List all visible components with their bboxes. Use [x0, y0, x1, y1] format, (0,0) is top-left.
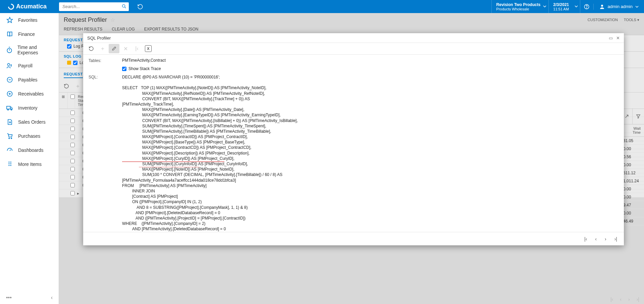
search-wrap: [59, 2, 129, 11]
svg-marker-18: [637, 115, 640, 118]
record-first[interactable]: |‹: [584, 236, 587, 242]
record-next[interactable]: ›: [605, 236, 606, 242]
sidebar-item-label: Inventory: [18, 105, 38, 111]
sidebar-item-dashboards[interactable]: Dashboards: [0, 143, 59, 157]
sidebar-item-label: Purchases: [18, 133, 40, 139]
record-last[interactable]: ›|: [614, 236, 617, 242]
pager-last[interactable]: ›|: [637, 297, 639, 302]
chevron-down-icon: [575, 5, 578, 8]
dialog-footer: |‹ ‹ › ›|: [83, 232, 624, 245]
sidebar-item-label: Dashboards: [18, 147, 44, 153]
grid-pager: |‹ ‹ › ›|: [610, 297, 639, 302]
search-icon: [121, 4, 127, 9]
sidebar-item-receivables[interactable]: Receivables: [0, 87, 59, 101]
warning-icon: [67, 61, 71, 65]
sql-text[interactable]: DECLARE @P0 AS NVARCHAR (10) = 'PR000000…: [122, 74, 619, 232]
company-line1: Revision Two Products: [496, 2, 544, 7]
wait-time-cell: 0.00: [621, 185, 644, 193]
action-export[interactable]: EXPORT RESULTS TO JSON: [144, 27, 199, 32]
stopwatch-icon: [6, 46, 13, 54]
sidebar-item-purchases[interactable]: Purchases: [0, 129, 59, 143]
reload-button[interactable]: [86, 44, 97, 53]
action-refresh[interactable]: REFRESH RESULTS: [64, 27, 102, 32]
sql-label: SQL:: [89, 74, 122, 79]
svg-line-1: [125, 7, 126, 8]
svg-point-3: [586, 8, 587, 8]
first-record-button: |‹: [131, 44, 142, 53]
sidebar-item-label: Time and Expenses: [17, 45, 53, 55]
reload-button[interactable]: [133, 0, 147, 13]
minus-circle-icon: [6, 76, 13, 83]
wait-time-cell: 9.47: [621, 201, 644, 209]
cart-icon: [6, 132, 13, 140]
company-selector[interactable]: Revision Two Products Products Wholesale: [491, 0, 548, 13]
brand-text: Acumatica: [16, 3, 47, 10]
svg-point-17: [11, 138, 12, 139]
expand-icon[interactable]: ⊞: [62, 95, 65, 99]
svg-point-16: [9, 138, 9, 139]
collapse-icon[interactable]: ‹: [51, 295, 53, 301]
record-prev[interactable]: ‹: [595, 236, 597, 242]
sidebar-item-label: Payables: [18, 77, 38, 82]
refresh-grid-button[interactable]: [62, 82, 70, 90]
wait-time-cell: 0.00: [621, 209, 644, 217]
tools-menu[interactable]: TOOLS ▾: [624, 18, 639, 22]
wait-time-cell: 31.05: [621, 137, 644, 145]
star-icon: [6, 16, 13, 24]
show-stack-trace-checkbox[interactable]: Show Stack Trace: [122, 66, 619, 71]
sidebar-item-label: More Items: [18, 162, 42, 167]
chevron-down-icon: [543, 5, 546, 8]
sidebar-footer: ••• ‹: [0, 295, 59, 301]
tables-label: Tables:: [89, 58, 122, 63]
wait-time-cell: 46.49: [621, 217, 644, 225]
filter-button[interactable]: [632, 108, 644, 124]
user-menu[interactable]: admin admin: [593, 4, 644, 10]
sidebar-item-label: Payroll: [18, 63, 33, 68]
sidebar-item-label: Finance: [18, 32, 35, 37]
wait-time-cell: 1,011.24: [621, 177, 644, 185]
help-button[interactable]: [580, 0, 593, 13]
export-excel-button[interactable]: X: [145, 45, 152, 52]
select-all-checkbox[interactable]: [70, 95, 75, 99]
sidebar-item-more[interactable]: ⠿ More Items: [0, 157, 59, 171]
dialog-titlebar[interactable]: SQL Profiler ▭ ✕: [83, 33, 624, 43]
maximize-button[interactable]: ▭: [609, 36, 613, 41]
grid-right-edge: ↗ Wait Time 31.050.000.560.00511.121,011…: [621, 108, 644, 225]
wait-time-cell: 0.00: [621, 145, 644, 153]
page-title: Request Profiler: [64, 16, 107, 23]
svg-point-7: [7, 63, 10, 66]
company-line2: Products Wholesale: [496, 7, 544, 11]
brand-logo[interactable]: Acumatica: [0, 3, 59, 10]
sidebar-item-label: Favorites: [18, 17, 38, 23]
sidebar-item-label: Sales Orders: [18, 119, 46, 125]
dialog-body: Tables: PMTimeActivity,Contract Show Sta…: [83, 55, 624, 232]
chevron-down-icon: [635, 5, 639, 8]
col-wait-time[interactable]: Wait Time: [621, 124, 644, 137]
gauge-icon: [6, 146, 13, 154]
pager-first[interactable]: |‹: [610, 297, 613, 302]
add-row-button[interactable]: ＋: [74, 82, 82, 90]
search-input[interactable]: [59, 2, 129, 11]
pager-prev[interactable]: ‹: [620, 297, 622, 302]
add-button: ＋: [97, 44, 108, 53]
sidebar-item-sales-orders[interactable]: Sales Orders: [0, 115, 59, 129]
payroll-icon: [6, 62, 13, 69]
close-button[interactable]: ✕: [616, 36, 620, 41]
edit-button[interactable]: [109, 44, 119, 53]
dialog-toolbar: ＋ ✕ |‹ X: [83, 43, 624, 55]
customization-link[interactable]: CUSTOMIZATION: [588, 18, 618, 22]
favorite-toggle[interactable]: ☆: [110, 17, 115, 23]
svg-point-14: [7, 109, 8, 110]
date-selector[interactable]: 2/3/2021 11:51 AM: [548, 0, 580, 13]
sidebar-item-inventory[interactable]: Inventory: [0, 101, 59, 115]
ellipsis-icon[interactable]: •••: [6, 295, 12, 301]
action-clear[interactable]: CLEAR LOG: [112, 27, 135, 32]
sidebar-item-finance[interactable]: Finance: [0, 27, 59, 41]
pager-next[interactable]: ›: [628, 297, 630, 302]
sidebar-item-payables[interactable]: Payables: [0, 73, 59, 87]
sidebar-item-time-expenses[interactable]: Time and Expenses: [0, 41, 59, 59]
sidebar-item-favorites[interactable]: Favorites: [0, 13, 59, 27]
tab-request[interactable]: REQUEST: [64, 72, 83, 78]
sql-profiler-dialog: SQL Profiler ▭ ✕ ＋ ✕ |‹ X Tables: PMTime…: [83, 33, 624, 245]
sidebar-item-payroll[interactable]: Payroll: [0, 59, 59, 73]
